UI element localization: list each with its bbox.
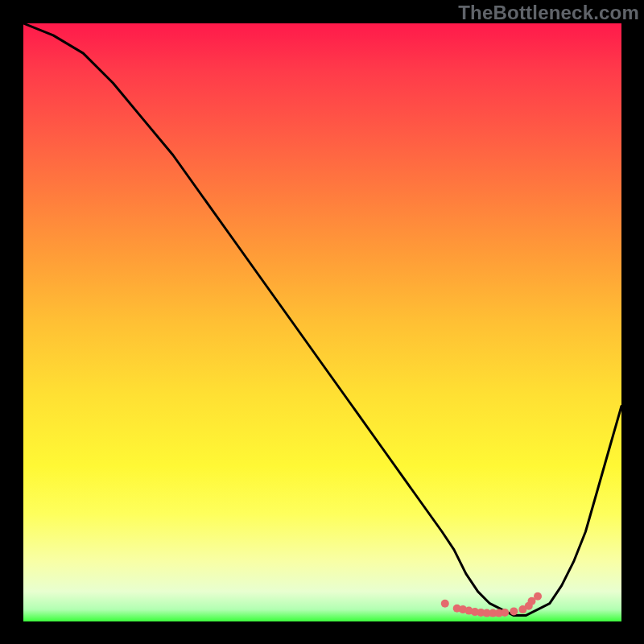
watermark-text: TheBottleneck.com	[458, 2, 639, 24]
chart-plot-area	[23, 23, 621, 621]
chart-frame: TheBottleneck.com	[0, 0, 644, 644]
